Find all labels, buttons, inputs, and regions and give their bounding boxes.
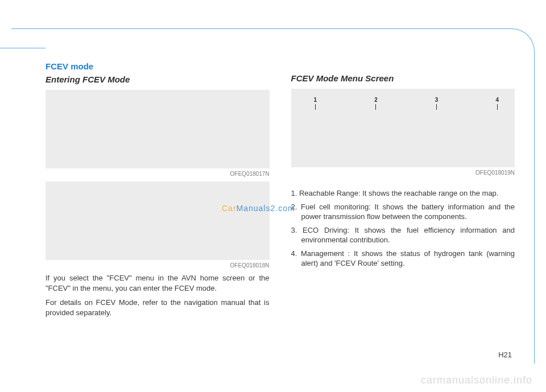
page-number: H21	[498, 350, 512, 359]
marker-4-label: 4	[495, 97, 499, 103]
marker-tick	[497, 104, 498, 110]
list-item: 4. Management : It shows the status of h…	[291, 249, 515, 269]
marker-tick	[375, 104, 376, 110]
figure-3: 1 2 3 4	[291, 89, 515, 167]
list-item: 1. Reachable Range: It shows the reachab…	[291, 188, 515, 199]
left-paragraph-1: If you select the "FCEV" menu in the AVN…	[46, 273, 270, 293]
figure-1	[46, 90, 270, 168]
spacer	[291, 61, 515, 73]
figure-2-caption: OFEQ018018N	[46, 262, 270, 269]
figure-3-caption: OFEQ018019N	[291, 170, 515, 176]
section-title: FCEV mode	[46, 61, 270, 71]
left-column: FCEV mode Entering FCEV Mode OFEQ018017N…	[46, 61, 270, 352]
watermark-footer: carmanualsonline.info	[421, 374, 532, 386]
list-item: 3. ECO Driving: It shows the fuel effici…	[291, 225, 515, 245]
marker-2-label: 2	[374, 97, 378, 103]
marker-3-label: 3	[435, 97, 439, 103]
figure-3-markers: 1 2 3 4	[314, 97, 499, 110]
spacer	[291, 180, 515, 188]
manual-page: FCEV mode Entering FCEV Mode OFEQ018017N…	[0, 0, 546, 392]
marker-3: 3	[435, 97, 439, 110]
marker-2: 2	[374, 97, 378, 110]
right-column: FCEV Mode Menu Screen 1 2 3 4 OFEQ018019…	[291, 61, 515, 352]
list-item: 2. Fuel cell monitoring: It shows the ba…	[291, 202, 515, 222]
menu-description-list: 1. Reachable Range: It shows the reachab…	[291, 188, 515, 272]
left-subtitle: Entering FCEV Mode	[46, 75, 270, 84]
marker-tick	[436, 104, 437, 110]
left-paragraph-2: For details on FCEV Mode, refer to the n…	[46, 298, 270, 317]
marker-1-label: 1	[314, 97, 317, 103]
right-subtitle: FCEV Mode Menu Screen	[291, 73, 515, 83]
figure-1-caption: OFEQ018017N	[46, 171, 270, 177]
marker-tick	[315, 104, 316, 110]
top-rule	[0, 48, 46, 48]
content-area: FCEV mode Entering FCEV Mode OFEQ018017N…	[46, 61, 515, 352]
marker-4: 4	[495, 97, 499, 110]
figure-2	[46, 181, 270, 260]
marker-1: 1	[314, 97, 317, 110]
